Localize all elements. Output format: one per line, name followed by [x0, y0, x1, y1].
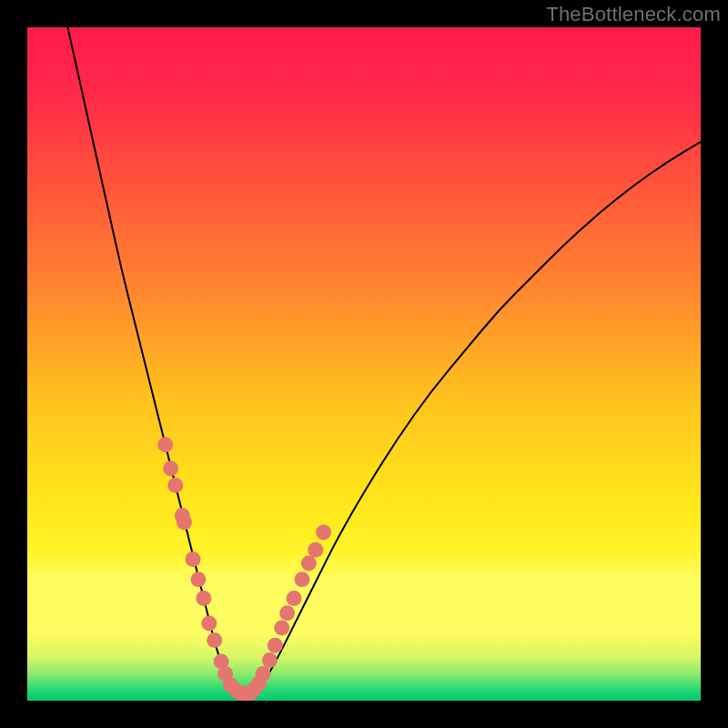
data-dot [316, 525, 331, 541]
data-dot [167, 478, 183, 493]
data-dot [157, 437, 173, 452]
data-dot [268, 638, 283, 653]
chart-area [27, 27, 701, 701]
data-dot [301, 556, 317, 571]
data-dot [177, 514, 192, 530]
data-dot [201, 615, 217, 631]
data-dot [186, 551, 201, 567]
data-dot [262, 652, 278, 668]
data-dot [308, 542, 323, 558]
gradient-background [27, 27, 701, 701]
data-dot [287, 591, 302, 606]
app-frame: TheBottleneck.com [0, 0, 728, 728]
data-dot [256, 666, 271, 682]
data-dot [196, 591, 211, 606]
data-dot [274, 621, 289, 636]
data-dot [163, 460, 178, 476]
data-dot [279, 605, 295, 621]
data-dot [294, 571, 309, 587]
data-dot [190, 571, 206, 587]
watermark-text: TheBottleneck.com [546, 3, 721, 26]
data-dot [207, 632, 222, 648]
data-dot [242, 685, 258, 701]
chart-svg [27, 27, 701, 701]
